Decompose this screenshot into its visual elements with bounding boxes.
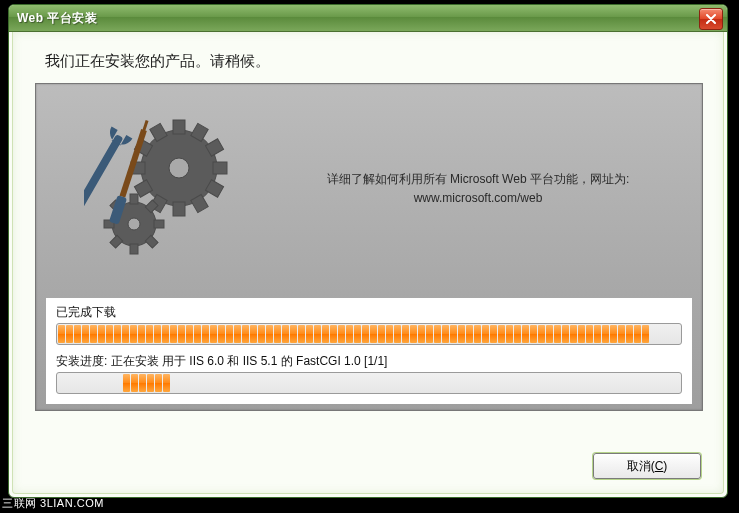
installer-window: Web 平台安装 我们正在安装您的产品。请稍候。: [8, 4, 728, 498]
download-progressbar: [56, 323, 682, 345]
info-line2: www.microsoft.com/web: [284, 189, 672, 208]
window-title: Web 平台安装: [17, 10, 97, 27]
download-label: 已完成下载: [56, 304, 682, 321]
svg-rect-15: [130, 194, 138, 204]
svg-rect-4: [213, 162, 227, 174]
svg-rect-17: [154, 220, 164, 228]
content-panel: 详细了解如何利用所有 Microsoft Web 平台功能，网址为: www.m…: [35, 83, 703, 411]
source-watermark: 三联网 3LIAN.COM: [2, 496, 104, 511]
close-button[interactable]: [699, 8, 723, 30]
titlebar: Web 平台安装: [9, 5, 727, 32]
svg-point-23: [128, 218, 140, 230]
cancel-button-label: 取消: [627, 458, 651, 475]
page-heading: 我们正在安装您的产品。请稍候。: [13, 32, 723, 83]
svg-rect-19: [130, 244, 138, 254]
svg-point-13: [169, 158, 189, 178]
svg-rect-1: [173, 120, 185, 134]
info-text: 详细了解如何利用所有 Microsoft Web 平台功能，网址为: www.m…: [284, 170, 672, 208]
cancel-button-accel: C: [655, 459, 664, 473]
install-label: 安装进度: 正在安装 用于 IIS 6.0 和 IIS 5.1 的 FastCG…: [56, 353, 682, 370]
svg-rect-7: [173, 202, 185, 216]
svg-rect-27: [142, 120, 149, 132]
info-line1: 详细了解如何利用所有 Microsoft Web 平台功能，网址为:: [284, 170, 672, 189]
cancel-button[interactable]: 取消(C): [593, 453, 701, 479]
progress-area: 已完成下载 安装进度: 正在安装 用于 IIS 6.0 和 IIS 5.1 的 …: [46, 298, 692, 404]
gears-illustration: [84, 106, 244, 266]
install-progressbar: [56, 372, 682, 394]
close-icon: [706, 14, 716, 24]
client-area: 我们正在安装您的产品。请稍候。: [12, 32, 724, 494]
button-row: 取消(C): [593, 453, 701, 479]
